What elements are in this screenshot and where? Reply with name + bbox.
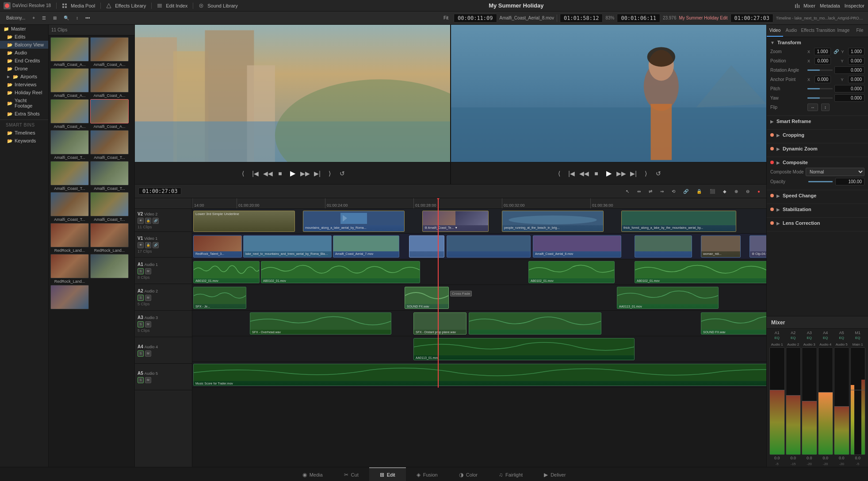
smart-reframe-header[interactable]: ▶ Smart Reframe — [770, 119, 864, 124]
a3-s-btn[interactable]: S — [138, 321, 144, 327]
a5-m-btn[interactable]: M — [145, 377, 151, 383]
tl-record-btn[interactable]: ● — [755, 188, 763, 195]
mixer-a2-fader[interactable] — [786, 347, 801, 455]
v1-lock-btn[interactable]: 🔒 — [145, 242, 151, 248]
flip-h-btn[interactable]: ↔ — [807, 104, 818, 111]
v2-link-btn[interactable]: 🔗 — [153, 218, 159, 224]
edit-index-tab[interactable]: Edit Index — [157, 3, 187, 8]
tl-retime-btn[interactable]: ⟲ — [669, 188, 678, 195]
flip-v-btn[interactable]: ↕ — [821, 104, 830, 111]
bottom-tab-fusion[interactable]: ◈ Fusion — [406, 467, 448, 481]
a3-clip-2[interactable] — [469, 312, 601, 335]
source-next-btn[interactable]: ▶| — [313, 169, 322, 178]
toolbar-view-grid-btn[interactable]: ⊞ — [50, 15, 59, 21]
source-prev-btn[interactable]: |◀ — [251, 169, 260, 178]
folder-item-9[interactable]: 📂Yacht Footage — [0, 96, 48, 110]
folder-item-8[interactable]: 📂Holiday Reel — [0, 89, 48, 96]
tl-zoom-out-btn[interactable]: ⊖ — [743, 188, 752, 195]
lens-correction-header[interactable]: ▶ Lens Correction — [770, 220, 864, 226]
tl-trim-btn[interactable]: ⇔ — [635, 188, 643, 195]
toolbar-bin-btn[interactable]: Balcony... — [4, 15, 28, 21]
a3-m-btn[interactable]: M — [145, 321, 151, 327]
prog-in-btn[interactable]: ⟨ — [554, 169, 564, 178]
effects-library-tab[interactable]: Effects Library — [106, 3, 146, 8]
prog-stop-btn[interactable]: ■ — [592, 169, 601, 178]
media-thumb-15[interactable] — [90, 254, 129, 284]
folder-item-6[interactable]: ▶📂Airports — [0, 73, 48, 81]
v1-eye-btn[interactable]: 👁 — [138, 242, 144, 248]
source-play-btn[interactable]: ▶ — [288, 169, 298, 178]
toolbar-add-bin-btn[interactable]: + — [30, 15, 38, 21]
media-thumb-3[interactable]: Amalfi_Coast_A... — [90, 68, 129, 98]
anchor-x-value[interactable]: 0.000 — [814, 76, 831, 83]
folder-item-3[interactable]: 📂Audio — [0, 49, 48, 57]
bottom-tab-deliver[interactable]: ▶ Deliver — [533, 467, 576, 481]
media-thumb-7[interactable]: Amalfi_Coast_T... — [90, 130, 129, 160]
media-thumb-14[interactable]: RedRock_Land... — [50, 254, 89, 284]
media-thumb-0[interactable]: Amalfi_Coast_A... — [50, 37, 89, 67]
fit-label[interactable]: Fit — [441, 15, 451, 21]
folder-item-0[interactable]: 📁Master — [0, 25, 48, 33]
folder-item-1[interactable]: 📂Edits — [0, 33, 48, 41]
inspector-tab-effects[interactable]: Effects — [799, 25, 816, 37]
anchor-y-value[interactable]: 0.000 — [848, 76, 864, 83]
a1-clip-3[interactable]: AB0102_01.mov — [528, 261, 615, 283]
tl-flag-btn[interactable]: ⬛ — [707, 188, 718, 195]
bottom-tab-media[interactable]: ◉ Media — [292, 467, 333, 481]
prog-play-btn[interactable]: ▶ — [604, 169, 614, 178]
a2-clip-1[interactable]: SFX - Je... — [193, 287, 246, 309]
position-y-value[interactable]: 0.000 — [848, 57, 864, 65]
pitch-slider[interactable] — [807, 88, 833, 89]
a2-m-btn[interactable]: M — [145, 295, 151, 301]
v2-clip-4[interactable]: thick_forest_along_a_lake_by_the_mountai… — [621, 211, 736, 232]
source-ff-btn[interactable]: ▶▶ — [300, 169, 310, 178]
mixer-a1-fader[interactable] — [769, 347, 785, 455]
media-thumb-4[interactable]: Amalfi_Coast_A... — [50, 99, 89, 129]
bottom-tab-edit[interactable]: ⊞ Edit — [369, 467, 406, 481]
a4-clip-1[interactable]: AA0113_01.mov — [413, 338, 635, 360]
toolbar-view-list-btn[interactable]: ☰ — [39, 15, 49, 21]
media-thumb-9[interactable]: Amalfi_Coast_T... — [90, 161, 129, 191]
source-stop-btn[interactable]: ■ — [275, 169, 285, 178]
v1-clip-3[interactable]: Amalfi_Coast_Aerial_7.mov — [333, 235, 399, 258]
v1-clip-1[interactable]: RedRock_Talent_3... — [193, 235, 242, 258]
v2-clip-1[interactable]: mountains_along_a_lake_aerial_by_Roma... — [303, 211, 405, 232]
folder-item-12[interactable]: 📂Timelines — [0, 129, 48, 137]
inspector-tab-image[interactable]: Image — [835, 25, 852, 37]
v1-clip-6[interactable] — [635, 235, 692, 258]
inspector-tab-video[interactable]: Video — [767, 25, 783, 37]
tl-marker-btn[interactable]: ◆ — [720, 188, 729, 195]
tracks-viewport[interactable]: 14:00 01:00:20:00 01:00:24:00 01:00:28:0… — [192, 198, 766, 467]
prog-ff-btn[interactable]: ▶▶ — [616, 169, 626, 178]
v1-clip-8[interactable]: ⚙ Clip-04-wexor-img... — [749, 235, 766, 258]
opacity-slider[interactable] — [808, 181, 833, 182]
position-x-value[interactable]: 0.000 — [814, 57, 831, 65]
a4-s-btn[interactable]: S — [138, 350, 144, 357]
a5-clip-music[interactable]: Music Score for Trailer.mov — [193, 364, 766, 386]
v1-link-btn[interactable]: 🔗 — [153, 242, 159, 248]
stabilization-header[interactable]: ▶ Stabilization — [770, 207, 864, 212]
folder-item-11[interactable]: Smart Bins — [0, 119, 48, 129]
a1-s-btn[interactable]: S — [138, 268, 144, 274]
transform-header[interactable]: ▼ Transform — [770, 40, 864, 45]
a1-clip-1[interactable]: AB0102_01.mov — [193, 261, 260, 283]
source-in-btn[interactable]: ⟨ — [238, 169, 248, 178]
v2-lock-btn[interactable]: 🔒 — [145, 218, 151, 224]
rotation-slider[interactable] — [807, 69, 833, 71]
cropping-header[interactable]: ▶ Cropping — [770, 132, 864, 138]
tl-dynamic-trim-btn[interactable]: ⇌ — [646, 188, 655, 195]
zoom-link-btn[interactable]: 🔗 — [833, 49, 840, 54]
prog-next-btn[interactable]: ▶| — [629, 169, 639, 178]
mixer-a5-fader[interactable] — [834, 347, 849, 455]
a1-m-btn[interactable]: M — [145, 268, 151, 274]
a3-clip-3[interactable]: SOUND FX.wav — [701, 312, 766, 335]
tl-lock-btn[interactable]: 🔒 — [694, 188, 704, 195]
media-pool-tab[interactable]: Media Pool — [62, 3, 95, 8]
zoom-x-value[interactable]: 1.000 — [814, 48, 830, 55]
yaw-slider[interactable] — [807, 97, 833, 99]
folder-item-13[interactable]: 📂Keywords — [0, 137, 48, 145]
zoom-y-value[interactable]: 1.000 — [848, 48, 864, 55]
a1-clip-2[interactable]: AB0102_01.mov — [261, 261, 420, 283]
media-thumb-12[interactable]: RedRock_Land... — [50, 223, 89, 253]
folder-item-10[interactable]: 📂Extra Shots — [0, 110, 48, 118]
